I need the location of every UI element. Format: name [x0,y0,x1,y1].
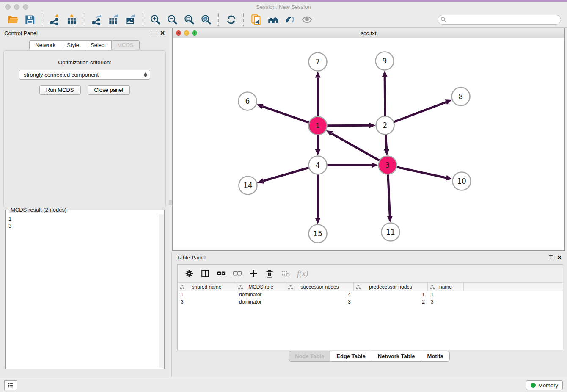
table-toolbar: f(x) [178,265,563,282]
graph-node-label: 11 [386,228,395,236]
table-settings-button[interactable] [183,268,195,279]
column-sort-icon [288,285,293,290]
search-icon [440,17,446,22]
graph-edge-arrowhead [446,175,452,181]
column-header-successor-nodes[interactable]: successor nodes [286,283,354,291]
close-panel-button[interactable]: Close panel [88,85,130,95]
deselect-all-button[interactable] [231,268,243,279]
task-history-button[interactable] [4,380,17,390]
zoom-selected-button[interactable] [200,13,212,26]
column-sort-icon [238,285,243,290]
table-header-row: shared nameMCDS rolesuccessor nodesprede… [178,282,563,291]
graph-edge-3-1[interactable] [332,133,380,160]
table-cell[interactable]: 1 [354,291,428,298]
style-button[interactable] [284,13,296,26]
table-cell[interactable]: 1 [428,291,464,298]
memory-button[interactable]: Memory [526,380,563,390]
table-cell[interactable]: dominator [236,291,286,298]
graph-edge-arrowhead [315,149,321,156]
tab-motifs[interactable]: Motifs [421,351,450,362]
float-panel-icon[interactable] [152,31,156,35]
graph-edge-4-14[interactable] [263,168,309,181]
tab-edge-table[interactable]: Edge Table [330,351,372,362]
graph-edge-arrowhead [445,99,452,105]
graph-node-label: 14 [243,181,253,190]
select-all-button[interactable] [215,268,227,279]
graph-edge-1-2[interactable] [327,125,369,126]
network-view-window: ✕ − + scc.txt 7968124314101511 [172,28,565,251]
trash-icon [265,269,274,278]
table-cell[interactable]: dominator [236,298,286,306]
export-table-button[interactable] [107,13,120,26]
graph-edge-arrowhead [257,178,264,183]
delete-column-button[interactable] [264,268,275,279]
run-mcds-button[interactable]: Run MCDS [39,85,81,95]
network-file-button[interactable] [250,13,262,26]
table-cell[interactable]: 3 [178,298,236,306]
eye-button[interactable] [300,13,313,26]
result-scrollbar[interactable] [159,214,164,368]
close-panel-icon[interactable]: ✕ [557,255,562,259]
tab-style[interactable]: Style [61,40,85,50]
add-column-button[interactable] [248,268,259,279]
toolbar-separator [218,13,219,26]
save-session-button[interactable] [23,13,36,26]
export-network-button[interactable] [90,13,103,26]
toolbar-separator [42,13,42,26]
criterion-select[interactable]: strongly connected component [19,70,150,80]
graph-edge-2-8[interactable] [394,102,446,122]
column-header-predecessor-nodes[interactable]: predecessor nodes [354,283,428,291]
network-window-titlebar[interactable]: ✕ − + scc.txt [173,28,564,38]
search-input[interactable] [438,15,561,25]
show-columns-button[interactable] [199,268,211,279]
mcds-result-title: MCDS result (2 nodes) [9,207,68,213]
graph-edge-3-11[interactable] [388,174,390,216]
criterion-select-value: strongly connected component [24,72,99,78]
style-icon [284,14,296,25]
table-row[interactable]: 1dominator411 [178,291,563,298]
tab-network-table[interactable]: Network Table [372,351,421,362]
refresh-button[interactable] [225,13,237,26]
zoom-fit-button[interactable] [183,13,195,26]
export-image-button[interactable] [124,13,137,26]
graph-edge-3-10[interactable] [396,167,446,178]
deselect-all-icon [233,269,242,278]
table-cell[interactable]: 3 [286,298,354,306]
zoom-selected-icon [201,14,212,25]
import-table-button[interactable] [65,13,78,26]
tab-select[interactable]: Select [85,40,112,50]
table-cell[interactable]: 3 [428,298,464,306]
network-canvas[interactable]: 7968124314101511 [173,38,564,250]
table-row[interactable]: 3dominator323 [178,298,563,306]
zoom-out-button[interactable] [166,13,179,26]
toolbar-separator [84,13,84,26]
node-table-container: f(x) shared nameMCDS rolesuccessor nodes… [177,264,563,350]
column-header-shared-name[interactable]: shared name [178,283,236,291]
column-header-name[interactable]: name [428,283,464,291]
delete-table-icon [281,269,290,278]
tab-node-table[interactable]: Node Table [289,351,330,362]
close-panel-icon[interactable]: ✕ [160,31,165,35]
open-folder-icon [7,14,19,25]
import-network-button[interactable] [48,13,61,26]
table-cell[interactable]: 4 [286,291,354,298]
save-icon [24,14,36,25]
graph-edge-1-6[interactable] [262,106,309,123]
graph-edge-2-9[interactable] [385,77,385,116]
status-bar: Memory [0,378,567,392]
table-cell[interactable]: 2 [354,298,428,306]
float-panel-icon[interactable] [549,255,553,259]
open-file-button[interactable] [6,13,19,26]
column-header-MCDS-role[interactable]: MCDS role [236,283,286,291]
graph-edge-2-3[interactable] [385,134,386,149]
zoom-in-button[interactable] [149,13,162,26]
table-panel: Table Panel ✕ [171,252,567,377]
memory-status-dot [531,383,536,388]
tab-mcds[interactable]: MCDS [111,40,139,50]
home-button[interactable] [267,13,279,26]
table-cell[interactable]: 1 [178,291,236,298]
graph-edge-arrowhead [315,72,321,78]
tab-network[interactable]: Network [29,40,61,50]
optimization-criterion-label: Optimization criterion: [4,59,165,66]
column-header-label: shared name [192,284,221,290]
